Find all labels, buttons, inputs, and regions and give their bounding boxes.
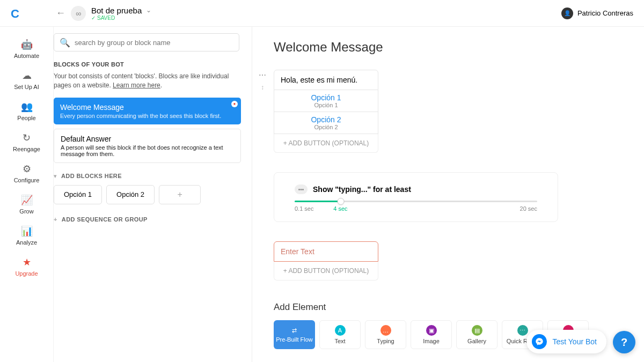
bot-name[interactable]: Bot de prueba [91,6,142,15]
add-button-optional-2[interactable]: + ADD BUTTON (OPTIONAL) [274,262,378,280]
typing-slider[interactable] [295,201,537,202]
option-button-1[interactable]: Opción 1 Opción 1 [274,90,378,112]
slider-min: 0.1 sec [295,205,313,212]
add-element-title: Add Element [274,302,623,313]
typing-icon: … [380,325,391,336]
add-sequence-button[interactable]: + ADD SEQUENCE OR GROUP [54,216,241,223]
search-input[interactable] [75,39,233,47]
plus-icon: + [54,216,57,223]
close-icon[interactable]: ● [231,101,238,107]
slider-current: 4 sec [333,205,347,212]
gear-icon: ⚙ [23,163,31,175]
slider-max: 20 sec [520,205,537,212]
automate-icon: 🤖 [21,39,33,50]
elem-gallery[interactable]: ▤ Gallery [456,320,497,349]
chevron-down-icon[interactable]: ⌄ [146,6,151,14]
bot-avatar[interactable]: ∞ [71,6,86,21]
blocks-section-label: BLOCKS OF YOUR BOT [54,61,241,68]
nav-people[interactable]: 👥People [0,95,53,127]
search-icon: 🔍 [60,38,70,48]
ai-icon: ☁ [22,70,32,82]
people-icon: 👥 [21,101,33,113]
nav-configure[interactable]: ⚙Configure [0,158,53,189]
canvas: Welcome Message ⋯ ↕ Hola, este es mi men… [252,27,644,362]
back-arrow-icon[interactable]: ← [56,8,65,19]
app-logo[interactable]: C [11,7,24,20]
nav-analyze[interactable]: 📊Analyze [0,220,53,251]
block-default-answer[interactable]: Default Answer A person will see this bl… [54,129,241,163]
text-card: Enter Text + ADD BUTTON (OPTIONAL) [274,241,378,280]
gallery-icon: ▤ [472,325,482,336]
reengage-icon: ↻ [23,132,31,144]
image-icon: ▣ [426,325,437,336]
learn-more-link[interactable]: Learn more here [113,82,160,89]
drag-handle-icon[interactable]: ⋯ [259,71,266,79]
add-block-button[interactable]: + [159,185,201,204]
add-blocks-header[interactable]: ▾ ADD BLOCKS HERE [54,173,241,180]
side-nav: 🤖Automate ☁Set Up AI 👥People ↻Reengage ⚙… [0,27,54,362]
messenger-icon [532,334,547,349]
elem-image[interactable]: ▣ Image [411,320,452,349]
typing-card[interactable]: ••• Show "typing..." for at least 0.1 se… [274,172,558,222]
nav-setup-ai[interactable]: ☁Set Up AI [0,64,53,95]
block-welcome-message[interactable]: ● Welcome Message Every person communica… [54,98,241,124]
text-icon: A [335,325,346,336]
nav-automate[interactable]: 🤖Automate [0,33,53,64]
blocks-panel: 🔍 BLOCKS OF YOUR BOT Your bot consists o… [54,27,252,362]
saved-status: ✓ SAVED [91,15,151,21]
flow-icon: ⇄ [292,327,297,334]
block-chip-opcion-1[interactable]: Opción 1 [54,185,102,204]
user-name: Patricio Contreras [577,9,633,17]
block-chip-opcion-2[interactable]: Opción 2 [106,185,155,204]
page-title[interactable]: Welcome Message [274,40,623,55]
quick-reply-icon: ⋯ [517,325,528,336]
elem-typing[interactable]: … Typing [365,320,406,349]
grow-icon: 📈 [21,194,33,206]
typing-bubble-icon: ••• [295,184,308,194]
message-text[interactable]: Hola, este es mi menú. [274,70,378,90]
blocks-section-desc: Your bot consists of content 'blocks'. B… [54,72,241,90]
nav-upgrade[interactable]: ★Upgrade [0,251,53,282]
search-box[interactable]: 🔍 [54,33,239,51]
bot-title-block: Bot de prueba ⌄ ✓ SAVED [91,6,151,21]
elem-text[interactable]: A Text [319,320,361,349]
resize-handle-icon[interactable]: ↕ [261,84,264,91]
elem-prebuilt-flow[interactable]: ⇄ Pre-Built Flow [274,320,315,349]
enter-text-input[interactable]: Enter Text [274,241,378,262]
analyze-icon: 📊 [21,225,33,237]
nav-grow[interactable]: 📈Grow [0,189,53,220]
user-menu[interactable]: 👤 Patricio Contreras [561,8,633,19]
message-card: ⋯ ↕ Hola, este es mi menú. Opción 1 Opci… [274,70,623,153]
slider-thumb[interactable] [337,198,344,205]
star-icon: ★ [23,256,31,268]
add-button-optional[interactable]: + ADD BUTTON (OPTIONAL) [274,134,378,153]
help-button[interactable]: ? [613,331,635,353]
test-bot-button[interactable]: Test Your Bot [526,330,606,353]
user-avatar: 👤 [561,8,573,19]
header: C ← ∞ Bot de prueba ⌄ ✓ SAVED 👤 Patricio… [0,0,644,27]
chevron-down-icon: ▾ [54,173,57,180]
typing-label: Show "typing..." for at least [313,185,411,194]
nav-reengage[interactable]: ↻Reengage [0,127,53,158]
option-button-2[interactable]: Opción 2 Opción 2 [274,112,378,134]
